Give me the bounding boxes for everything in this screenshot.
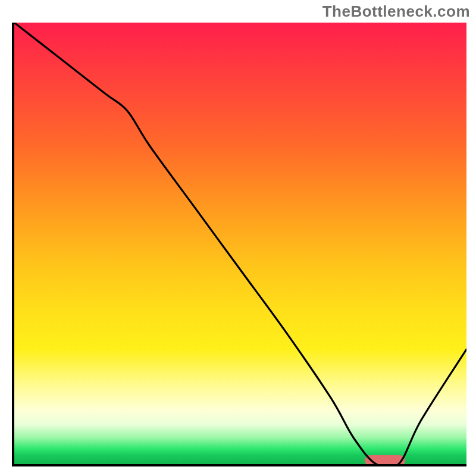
valley-capsule-marker — [365, 455, 405, 466]
watermark-text: TheBottleneck.com — [322, 2, 470, 21]
background-gradient — [14, 23, 466, 464]
chart-container: TheBottleneck.com — [0, 0, 476, 476]
plot-area — [12, 23, 466, 466]
